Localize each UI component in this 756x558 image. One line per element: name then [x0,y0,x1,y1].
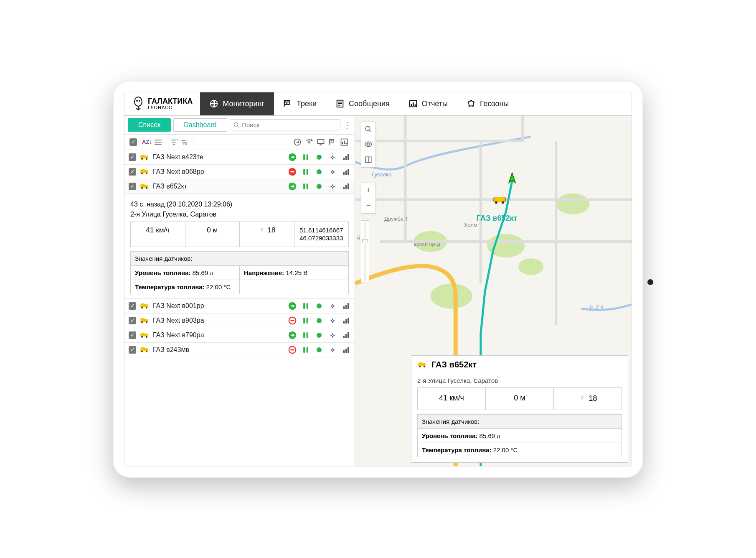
row-checkbox[interactable]: ✓ [129,302,136,310]
nav-geozones-label: Геозоны [480,99,509,108]
svg-rect-100 [307,332,308,338]
svg-rect-16 [414,104,416,106]
pause-icon[interactable] [301,345,310,354]
car-icon [140,332,150,339]
map-layers-icon[interactable] [361,152,376,167]
zoom-slider[interactable] [361,220,369,283]
vehicle-row[interactable]: ✓ ГАЗ Next в068рр ⟡ [124,165,355,179]
pause-icon[interactable] [301,316,310,325]
nav-messages[interactable]: Сообщения [326,92,399,115]
pause-icon[interactable] [301,331,310,340]
bars-icon[interactable] [341,345,350,354]
status-go-icon[interactable] [288,182,297,191]
filter-add-icon[interactable]: + [169,137,180,148]
row-checkbox[interactable]: ✓ [129,346,136,354]
vehicle-row[interactable]: ✓ ГАЗ в652кт ⟡ [124,179,355,194]
row-checkbox[interactable]: ✓ [129,317,136,324]
brand-sub: ГЛОНАСС [148,105,193,110]
svg-point-62 [141,173,143,174]
svg-rect-65 [290,171,294,172]
bars-icon[interactable] [341,167,350,176]
svg-point-20 [472,105,474,107]
bars-icon[interactable] [341,301,350,311]
map-visibility-icon[interactable] [361,137,376,152]
monitor-icon[interactable] [315,137,326,148]
status-go-icon[interactable] [288,153,297,162]
tablet-home-button[interactable] [647,279,653,285]
detail-coords: 51.6114616667 46.0729033333 [294,222,349,247]
sensor-voltage: Напряжение: 14.25 В [240,266,348,280]
popup-title: ГАЗ в652кт [431,360,477,369]
tab-list[interactable]: Список [128,118,171,132]
sort-az-icon[interactable]: AZ↓ [142,137,152,148]
bars-icon[interactable] [341,331,350,340]
pause-icon[interactable] [301,167,310,176]
route-icon[interactable]: ⟡ [328,167,337,176]
route-icon[interactable]: ⟡ [328,345,337,354]
select-all-checkbox[interactable]: ✓ [129,138,137,146]
row-checkbox[interactable]: ✓ [129,153,136,161]
vehicle-list: ✓ ГАЗ Next в423те ⟡ ✓ [124,150,355,466]
status-go-icon[interactable] [288,301,297,311]
wrench-icon [258,226,266,234]
online-dot-icon [315,331,324,340]
row-checkbox[interactable]: ✓ [129,168,136,176]
bars-icon[interactable] [341,153,350,162]
zoom-out-icon[interactable]: − [361,198,376,213]
status-stop-icon[interactable] [288,345,297,354]
pause-icon[interactable] [301,182,310,191]
nav-reports[interactable]: Отчеты [399,92,457,115]
route-icon[interactable]: ⟡ [328,182,337,191]
status-go-icon[interactable] [288,331,297,340]
svg-point-82 [289,303,291,305]
nav-monitoring[interactable]: Мониторинг [200,92,274,115]
tab-dashboard[interactable]: Dashboard [173,118,227,132]
pause-icon[interactable] [301,153,310,162]
export-icon[interactable] [292,137,303,148]
status-stop-icon[interactable] [288,316,297,325]
map-search-icon[interactable] [361,122,376,137]
online-dot-icon [315,167,324,176]
svg-rect-45 [331,140,332,141]
nav-geozones[interactable]: Геозоны [457,92,518,115]
stats-icon[interactable] [339,137,350,148]
filter-all-icon[interactable]: All [180,137,191,148]
vehicle-row[interactable]: ✓ ГАЗ Next в001рр ⟡ [124,299,355,313]
map-pane[interactable]: Гуселка Дружба Т Холм вский пр-д й Гу р.… [355,116,632,466]
vehicle-name: ГАЗ Next в068рр [153,168,284,176]
svg-point-87 [141,321,143,323]
sensor-fuel-temp: Температура топлива: 22.00 °C [131,280,240,294]
pause-icon[interactable] [301,301,310,311]
row-checkbox[interactable]: ✓ [129,183,136,190]
vehicle-row[interactable]: ✓ ГАЗ Next в790ра ⟡ [124,328,355,343]
car-icon [140,168,150,175]
svg-text:Гуселка: Гуселка [372,171,391,178]
nav-messages-label: Сообщения [349,99,390,108]
car-icon [417,362,427,368]
status-stop-icon[interactable] [288,167,297,176]
top-nav: ГАЛАКТИКА ГЛОНАСС Мониторинг Треки Сообщ… [124,92,632,116]
vehicle-row[interactable]: ✓ ГАЗ в243мв ⟡ [124,343,355,357]
nav-tracks[interactable]: Треки [274,92,326,115]
search-input[interactable] [242,121,337,128]
more-menu-icon[interactable]: ⋮ [343,120,351,130]
svg-point-0 [134,97,142,106]
svg-point-96 [146,336,147,338]
svg-rect-115 [494,197,505,202]
route-icon[interactable]: ⟡ [328,301,337,311]
list-view-icon[interactable] [153,137,164,148]
satellite-icon[interactable] [304,137,315,148]
route-icon[interactable]: ⟡ [328,153,337,162]
zoom-in-icon[interactable]: + [361,183,376,198]
zoom-slider-thumb[interactable] [362,239,368,243]
bars-icon[interactable] [341,316,350,325]
svg-rect-86 [141,318,145,320]
vehicle-row[interactable]: ✓ ГАЗ Next в423те ⟡ [124,150,355,165]
bars-icon[interactable] [341,182,350,191]
row-checkbox[interactable]: ✓ [129,331,136,339]
route-icon[interactable]: ⟡ [328,316,337,325]
vehicle-row[interactable]: ✓ ГАЗ Next в903ра ⟡ [124,313,355,328]
route-icon[interactable]: ⟡ [328,331,337,340]
search-input-wrap[interactable] [230,119,340,130]
checkered-flag-icon[interactable] [327,137,338,148]
